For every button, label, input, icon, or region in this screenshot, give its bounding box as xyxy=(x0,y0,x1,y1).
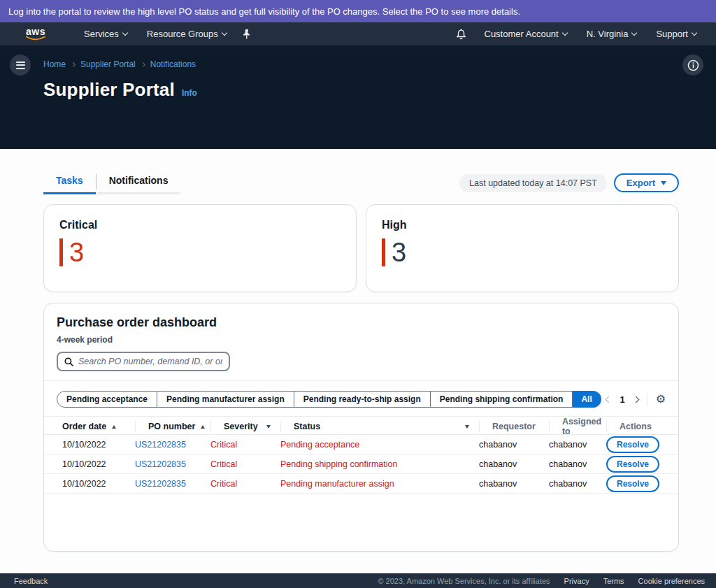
cell-status: Pending manufacturer assign xyxy=(280,479,479,489)
breadcrumb-separator-icon xyxy=(71,62,76,66)
purchase-order-dashboard-card: Purchase order dashboard 4-week period P… xyxy=(43,303,679,552)
title-row: Supplier Portal Info xyxy=(43,79,716,101)
chevron-down-icon xyxy=(692,30,697,36)
column-po-number-label: PO number xyxy=(148,422,195,431)
aws-smile-icon xyxy=(25,36,46,41)
header-info-button[interactable] xyxy=(682,55,703,76)
high-metric: 3 xyxy=(382,238,663,266)
cookie-preferences-link[interactable]: Cookie preferences xyxy=(638,577,705,585)
column-divider xyxy=(549,421,550,432)
search-box[interactable] xyxy=(57,352,230,371)
column-po-number[interactable]: PO number xyxy=(135,421,210,432)
breadcrumb-supplier-portal[interactable]: Supplier Portal xyxy=(80,59,136,69)
pagination: 1 ⚙ xyxy=(606,393,666,406)
nav-support-label: Support xyxy=(656,29,688,39)
settings-gear-icon[interactable]: ⚙ xyxy=(656,394,666,405)
column-assigned-to: Assigned to xyxy=(549,417,606,436)
filter-dropdown-icon[interactable] xyxy=(465,425,469,429)
info-circle-icon xyxy=(687,59,699,71)
nav-services-label: Services xyxy=(84,29,119,39)
column-severity-label: Severity xyxy=(224,422,258,431)
filter-pending-ready-to-ship-assign[interactable]: Pending ready-to-ship assign xyxy=(294,391,431,408)
footer-right: © 2023, Amazon Web Services, Inc. or its… xyxy=(378,577,705,585)
resolve-button[interactable]: Resolve xyxy=(606,456,659,473)
column-order-date[interactable]: Order date xyxy=(62,422,135,431)
nav-region-label: N. Virginia xyxy=(587,29,629,39)
resolve-button[interactable]: Resolve xyxy=(606,475,659,492)
column-severity[interactable]: Severity xyxy=(210,421,280,432)
column-actions: Actions xyxy=(606,421,660,432)
filter-all[interactable]: All xyxy=(573,391,601,408)
table-row: 10/10/2022 US21202835 Critical Pending s… xyxy=(44,454,678,474)
pushpin-icon[interactable] xyxy=(242,29,251,39)
announcement-banner: Log into the portal to review the high l… xyxy=(0,0,716,22)
filter-pending-manufacturer-assign[interactable]: Pending manufacturer assign xyxy=(157,391,294,408)
privacy-link[interactable]: Privacy xyxy=(564,577,589,585)
terms-link[interactable]: Terms xyxy=(603,577,624,585)
chevron-down-icon xyxy=(122,30,128,36)
nav-customer-account-label: Customer Account xyxy=(485,29,559,39)
search-input[interactable] xyxy=(78,357,222,366)
page-number: 1 xyxy=(620,394,624,405)
cell-order-date: 10/10/2022 xyxy=(62,459,135,469)
cell-assigned-to: chabanov xyxy=(549,440,606,450)
critical-metric: 3 xyxy=(59,238,341,266)
cell-po-number-link[interactable]: US21202835 xyxy=(135,440,210,450)
high-card-title: High xyxy=(382,219,663,231)
breadcrumb-separator-icon xyxy=(141,62,145,66)
cell-po-number-link[interactable]: US21202835 xyxy=(135,479,210,489)
main-content: Tasks Notifications Last updated today a… xyxy=(0,149,716,573)
breadcrumb-notifications[interactable]: Notifications xyxy=(150,59,196,69)
nav-resource-groups-label: Resource Groups xyxy=(147,29,218,39)
search-icon xyxy=(64,357,73,366)
dashboard-subtitle: 4-week period xyxy=(57,335,666,345)
footer: Feedback © 2023, Amazon Web Services, In… xyxy=(0,573,716,588)
column-order-date-label: Order date xyxy=(62,422,106,431)
hamburger-menu-button[interactable] xyxy=(10,55,31,76)
filter-pending-shipping-confirmation[interactable]: Pending shipping confirmation xyxy=(431,391,573,408)
cell-order-date: 10/10/2022 xyxy=(62,479,135,489)
toolbar: Last updated today at 14:07 PST Export xyxy=(459,173,679,192)
cell-status: Pending shipping confirmation xyxy=(280,459,479,469)
next-page-icon[interactable] xyxy=(632,396,639,403)
column-status[interactable]: Status xyxy=(280,421,479,432)
cell-po-number-link[interactable]: US21202835 xyxy=(135,459,210,469)
sort-ascending-icon xyxy=(112,425,116,429)
export-button[interactable]: Export xyxy=(614,173,679,192)
chevron-down-icon xyxy=(561,30,567,36)
cell-severity: Critical xyxy=(210,479,280,489)
resolve-button[interactable]: Resolve xyxy=(606,436,659,453)
previous-page-icon[interactable] xyxy=(606,396,613,403)
tab-tasks[interactable]: Tasks xyxy=(43,171,96,194)
nav-region[interactable]: N. Virginia xyxy=(577,22,647,45)
title-info-link[interactable]: Info xyxy=(182,88,197,98)
nav-right-group: Customer Account N. Virginia Support xyxy=(448,22,707,45)
tab-notifications[interactable]: Notifications xyxy=(96,171,181,194)
critical-count: 3 xyxy=(69,238,84,266)
nav-services[interactable]: Services xyxy=(74,22,137,45)
cell-assigned-to: chabanov xyxy=(549,459,606,469)
page-title: Supplier Portal xyxy=(43,79,175,101)
filter-dropdown-icon[interactable] xyxy=(266,425,271,429)
aws-logo[interactable]: aws xyxy=(25,27,46,41)
column-divider xyxy=(479,421,480,432)
top-navigation: aws Services Resource Groups xyxy=(0,22,716,45)
column-requestor-label: Requestor xyxy=(492,422,536,431)
nav-customer-account[interactable]: Customer Account xyxy=(475,22,577,45)
critical-card-title: Critical xyxy=(59,219,341,231)
nav-resource-groups[interactable]: Resource Groups xyxy=(137,22,236,45)
nav-support[interactable]: Support xyxy=(646,22,706,45)
chevron-down-icon xyxy=(222,30,227,36)
nav-left-group: Services Resource Groups xyxy=(74,22,251,45)
table-row: 10/10/2022 US21202835 Critical Pending m… xyxy=(44,474,678,494)
summary-cards-row: Critical 3 High 3 xyxy=(43,204,679,292)
feedback-link[interactable]: Feedback xyxy=(14,577,48,585)
last-updated-badge: Last updated today at 14:07 PST xyxy=(459,174,607,192)
filter-pending-acceptance[interactable]: Pending acceptance xyxy=(57,391,157,408)
table-row: 10/10/2022 US21202835 Critical Pending a… xyxy=(44,435,678,454)
breadcrumb-home[interactable]: Home xyxy=(43,59,66,69)
sort-ascending-icon xyxy=(201,425,205,429)
notifications-bell-icon[interactable] xyxy=(448,29,475,40)
metric-bar xyxy=(382,238,385,266)
cell-order-date: 10/10/2022 xyxy=(62,440,135,450)
